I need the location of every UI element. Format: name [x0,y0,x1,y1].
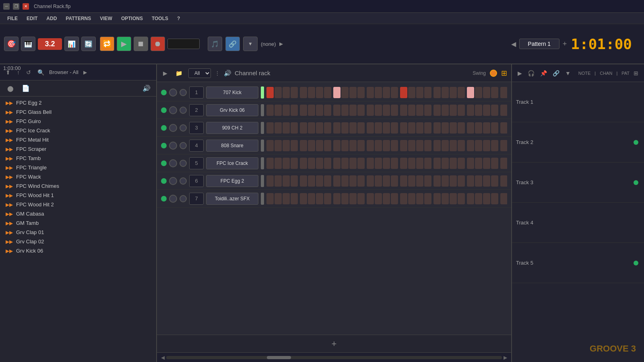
beat-btn[interactable] [400,140,407,151]
beat-btn[interactable] [324,105,331,116]
beat-btn[interactable] [333,122,341,134]
beat-btn[interactable] [283,140,290,151]
beat-btn[interactable] [357,105,365,116]
pl-headphones-icon[interactable]: 🎧 [526,69,536,77]
beat-btn[interactable] [324,140,331,151]
beat-btn[interactable] [316,87,323,98]
beat-btn[interactable] [266,193,274,204]
beat-btn[interactable] [400,87,407,98]
beat-btn[interactable] [408,122,415,134]
sidebar-item-grv-clap01[interactable]: ▶▶ Grv Clap 01 [0,228,156,237]
beat-btn[interactable] [266,175,274,187]
menu-patterns[interactable]: PATTERNS [62,14,95,23]
ch-name-707kick[interactable]: 707 Kick [206,86,258,99]
beat-btn[interactable] [491,87,498,98]
beat-btn[interactable] [300,105,307,116]
beat-btn[interactable] [442,193,449,204]
beat-btn[interactable] [483,105,490,116]
sidebar-item-fpc-glassbell[interactable]: ▶▶ FPC Glass Bell [0,107,156,117]
beat-btn[interactable] [300,140,307,151]
beat-btn[interactable] [424,175,431,187]
beat-btn[interactable] [375,140,382,151]
beat-btn[interactable] [442,140,449,151]
beat-btn[interactable] [300,122,307,134]
beat-btn[interactable] [408,193,415,204]
beat-btn[interactable] [458,105,465,116]
beat-btn[interactable] [367,87,374,98]
beat-btn[interactable] [275,87,282,98]
beat-btn[interactable] [408,158,415,169]
pl-back-btn[interactable]: ▶ [516,69,524,77]
beat-btn[interactable] [367,105,374,116]
rack-nav-btn[interactable]: ▶ [161,69,169,77]
beat-btn[interactable] [367,193,374,204]
loop-btn[interactable]: 🔁 [100,37,114,51]
beat-btn[interactable] [450,158,457,169]
ch-pan-1[interactable] [180,89,187,96]
beat-btn[interactable] [375,122,382,134]
beat-btn[interactable] [308,140,315,151]
beat-btn[interactable] [433,87,441,98]
bpm-input[interactable]: 125.000 [167,39,200,49]
beat-btn[interactable] [341,105,349,116]
beat-btn[interactable] [300,87,307,98]
beat-btn[interactable] [391,193,398,204]
beat-btn[interactable] [266,140,274,151]
beat-btn[interactable] [291,87,298,98]
beat-btn[interactable] [316,193,323,204]
ch-status-7[interactable] [161,196,167,202]
beat-btn[interactable] [391,158,398,169]
beat-btn[interactable] [467,175,474,187]
beat-btn[interactable] [433,158,441,169]
sidebar-item-fpc-triangle[interactable]: ▶▶ FPC Triangle [0,163,156,172]
beat-btn[interactable] [500,105,507,116]
beat-btn[interactable] [408,140,415,151]
minimize-button[interactable]: ─ [3,3,10,10]
scroll-track[interactable] [166,356,502,359]
scroll-thumb[interactable] [267,356,291,359]
beat-btn[interactable] [424,158,431,169]
beat-btn[interactable] [391,122,398,134]
beat-btn[interactable] [291,122,298,134]
beat-btn[interactable] [442,158,449,169]
beat-btn[interactable] [450,193,457,204]
sidebar-item-fpc-tamb[interactable]: ▶▶ FPC Tamb [0,154,156,163]
beat-btn[interactable] [442,175,449,187]
beat-btn[interactable] [491,105,498,116]
beat-btn[interactable] [491,122,498,134]
beat-btn[interactable] [442,87,449,98]
beat-btn[interactable] [475,158,482,169]
beat-btn[interactable] [333,140,341,151]
beat-btn[interactable] [300,158,307,169]
menu-edit[interactable]: EDIT [23,14,41,23]
beat-btn[interactable] [324,122,331,134]
beat-btn[interactable] [383,193,390,204]
beat-btn[interactable] [450,105,457,116]
ch-name-909ch2[interactable]: 909 CH 2 [206,122,258,134]
beat-btn[interactable] [349,122,357,134]
ch-volume-1[interactable] [169,88,177,97]
beat-btn[interactable] [416,158,423,169]
beat-btn[interactable] [391,105,398,116]
beat-btn[interactable] [341,158,349,169]
beat-btn[interactable] [483,87,490,98]
sync-btn[interactable]: 🔄 [81,37,96,51]
prev-pattern-btn[interactable]: ◀ [511,40,516,48]
beat-btn[interactable] [316,140,323,151]
beat-btn[interactable] [367,140,374,151]
beat-btn[interactable] [475,193,482,204]
ch-name-808snare[interactable]: 808 Snare [206,140,258,152]
ch-volume-5[interactable] [169,159,177,167]
beat-btn[interactable] [291,158,298,169]
beat-btn[interactable] [357,122,365,134]
beat-btn[interactable] [408,105,415,116]
beat-btn[interactable] [357,193,365,204]
beat-btn[interactable] [500,175,507,187]
scroll-left-btn[interactable]: ◀ [161,355,165,360]
ch-status-5[interactable] [161,160,167,166]
beat-btn[interactable] [291,175,298,187]
record-button[interactable]: ⏺ [151,37,165,51]
sidebar-item-fpc-woodhit1[interactable]: ▶▶ FPC Wood Hit 1 [0,191,156,200]
ch-name-fpcicecrack[interactable]: FPC Ice Crack [206,157,258,169]
pl-link-icon[interactable]: 🔗 [551,69,561,77]
